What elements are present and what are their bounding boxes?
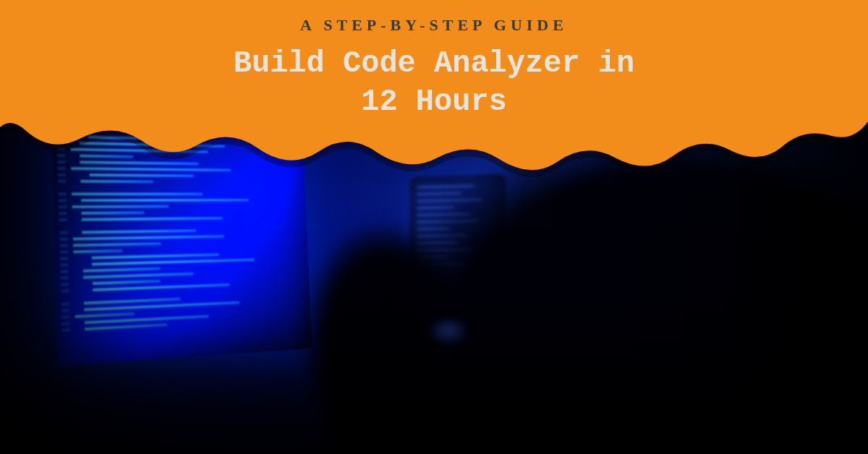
gutter-mark [59, 199, 67, 202]
header-text-block: A STEP-BY-STEP GUIDE Build Code Analyzer… [0, 16, 868, 121]
gutter-mark [60, 263, 68, 266]
gutter-mark [61, 276, 69, 279]
code-line [84, 298, 181, 305]
gutter-mark [59, 192, 67, 195]
code-line [81, 199, 249, 202]
gutter-mark [62, 328, 70, 332]
code-line [73, 235, 225, 241]
code-line [92, 258, 255, 265]
gutter-mark [59, 238, 67, 241]
gutter-mark [59, 205, 67, 208]
code-line [82, 217, 224, 221]
hero-banner: A STEP-BY-STEP GUIDE Build Code Analyzer… [0, 0, 868, 454]
code-line [72, 192, 203, 195]
code-line [72, 205, 169, 208]
gutter-mark [59, 244, 67, 247]
subtitle: A STEP-BY-STEP GUIDE [0, 16, 868, 35]
code-line [72, 222, 301, 228]
finger-highlight [427, 317, 470, 346]
gutter-mark [61, 283, 69, 286]
code-line [83, 267, 161, 273]
gutter-mark [61, 289, 69, 292]
code-line [93, 280, 161, 285]
code-line [72, 187, 300, 190]
code-line [73, 242, 161, 247]
code-line [73, 249, 122, 253]
gutter-mark [60, 251, 68, 254]
gutter-mark [59, 218, 67, 221]
gutter-mark [61, 315, 69, 319]
code-line [75, 312, 135, 318]
gutter-mark [61, 322, 69, 325]
code-line [81, 211, 145, 215]
code-line [92, 253, 219, 259]
gutter-mark [61, 309, 69, 312]
gutter-mark [59, 231, 67, 234]
gutter-mark [59, 212, 67, 215]
page-title: Build Code Analyzer in 12 Hours [0, 45, 868, 121]
gutter-mark [61, 302, 69, 305]
gutter-mark [60, 270, 68, 273]
code-line [82, 229, 196, 234]
code-line [83, 273, 194, 279]
code-line [85, 323, 167, 330]
gutter-mark [60, 257, 68, 260]
